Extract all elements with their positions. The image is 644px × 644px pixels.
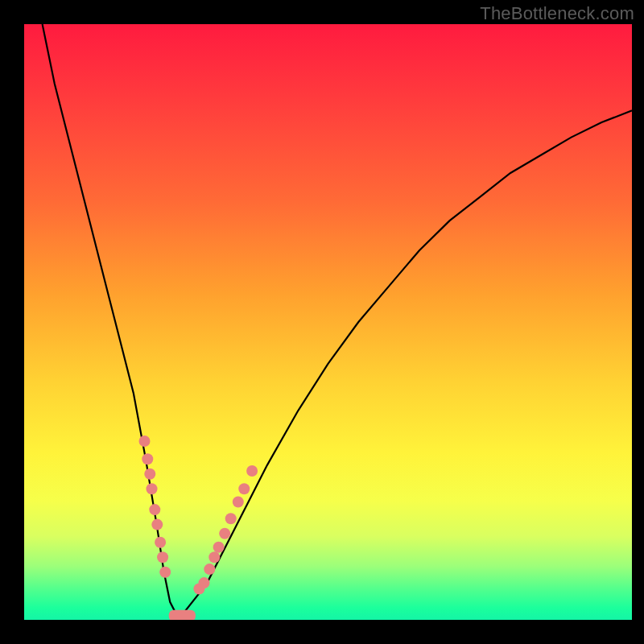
marker-dot xyxy=(151,519,163,530)
marker-dot xyxy=(199,577,210,588)
marker-dot xyxy=(139,436,151,447)
marker-dot xyxy=(157,551,168,563)
marker-dot xyxy=(155,537,166,548)
marker-dot xyxy=(159,567,171,578)
marker-group xyxy=(139,436,258,595)
watermark-text: TheBottleneck.com xyxy=(480,3,634,24)
marker-dot xyxy=(246,465,258,477)
marker-dot xyxy=(208,551,220,563)
valley-blob xyxy=(169,610,196,620)
marker-dot xyxy=(144,469,155,480)
bottleneck-curve xyxy=(43,24,632,617)
marker-dot xyxy=(225,513,237,524)
chart-overlay xyxy=(24,24,632,620)
plot-area xyxy=(24,24,632,620)
marker-dot xyxy=(233,497,244,508)
marker-dot xyxy=(219,528,230,539)
chart-frame: TheBottleneck.com xyxy=(0,0,644,644)
marker-dot xyxy=(149,504,160,515)
marker-dot xyxy=(238,483,250,494)
marker-dot xyxy=(213,542,225,553)
marker-dot xyxy=(142,453,153,464)
marker-dot xyxy=(147,483,158,494)
marker-dot xyxy=(204,564,215,575)
